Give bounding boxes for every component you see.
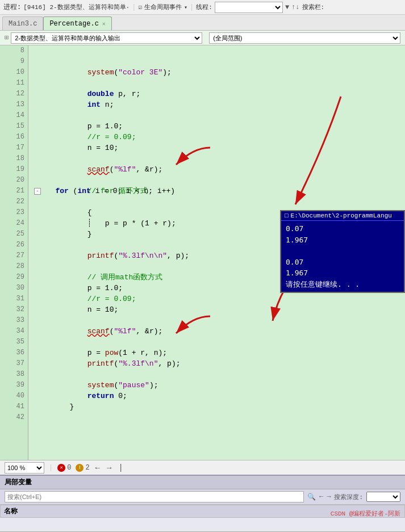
linenum-8: 8	[0, 45, 28, 56]
search-bar: 🔍 ← → 搜索深度:	[0, 489, 405, 505]
tab-percentage-label: Percentage.c	[49, 20, 98, 28]
linenum-42: 42	[0, 412, 28, 423]
linenum-23: 23	[0, 207, 28, 218]
code-line-20: // for 循环方式	[34, 175, 405, 186]
code-line-11: double p, r;	[34, 78, 405, 89]
zoom-select[interactable]: 100 %	[5, 462, 44, 474]
console-icon: □	[285, 212, 289, 219]
console-line-5: 1.967	[286, 267, 399, 279]
linenum-14: 14	[0, 110, 28, 121]
code-line-38: system("pause");	[34, 369, 405, 380]
checkbox-icon: ☑	[138, 3, 142, 11]
search-depth-label: 搜索深度:	[334, 493, 363, 501]
breadcrumb-path-select[interactable]: 2-数据类型、运算符和简单的输入输出	[11, 32, 202, 44]
code-line-10	[34, 67, 405, 78]
linenum-18: 18	[0, 153, 28, 164]
linenum-15: 15	[0, 121, 28, 132]
code-line-8	[34, 45, 405, 56]
code-line-36: printf("%.3lf\n", p);	[34, 347, 405, 358]
tab-percentage[interactable]: Percentage.c ✕	[43, 16, 111, 30]
code-line-41	[34, 401, 405, 412]
code-line-39: return 0;	[34, 380, 405, 391]
warning-count: 2	[85, 464, 89, 472]
console-content: 0.07 1.967 0.07 1.967 请按任意键继续. . .	[281, 221, 404, 292]
linenum-21: 21	[0, 186, 28, 196]
tab-bar: Main3.c Percentage.c ✕	[0, 15, 405, 31]
linenum-39: 39	[0, 380, 28, 391]
search-input[interactable]	[5, 491, 304, 502]
console-title: E:\Document\2-programmLangu	[291, 212, 392, 219]
error-badge: ✕ 0	[57, 464, 71, 472]
collapse-btn-21[interactable]: -	[34, 188, 41, 195]
linenum-35: 35	[0, 337, 28, 347]
nav-end-btn[interactable]: |	[117, 463, 124, 472]
locals-title: 局部变量	[0, 476, 405, 489]
thread-select[interactable]	[215, 2, 283, 13]
search-nav-forward[interactable]: →	[327, 493, 331, 501]
linenum-40: 40	[0, 391, 28, 401]
linenum-22: 22	[0, 196, 28, 207]
console-line-6: 请按任意键继续. . .	[286, 279, 399, 290]
top-toolbar: 进程: [9416] 2-数据类型、运算符和简单· | ☑ 生命周期事件 ▾ |…	[0, 0, 405, 15]
code-line-42	[34, 412, 405, 423]
error-count: 0	[67, 464, 71, 472]
search-icon: 🔍	[307, 493, 316, 501]
toolbar-sep: |	[49, 464, 53, 472]
linenum-10: 10	[0, 67, 28, 78]
linenum-31: 31	[0, 294, 28, 304]
search-label: 搜索栏:	[302, 3, 325, 11]
nav-back-btn[interactable]: ←	[94, 463, 101, 472]
lifecycle-label: 生命周期事件	[144, 3, 182, 11]
watermark: CSDN @编程爱好者-阿新	[331, 509, 400, 518]
breadcrumb-bar: ⊞ 2-数据类型、运算符和简单的输入输出 (全局范围)	[0, 31, 405, 45]
linenum-34: 34	[0, 326, 28, 337]
code-line-32	[34, 304, 405, 315]
code-line-18: scanf("%lf", &r);	[34, 153, 405, 164]
process-value: [9416] 2-数据类型、运算符和简单·	[23, 3, 130, 11]
code-line-9: system("color 3E");	[34, 56, 405, 67]
search-nav-back[interactable]: ←	[319, 493, 323, 501]
code-line-31: n = 10;	[34, 294, 405, 304]
filter-icon[interactable]: ▼	[285, 3, 289, 11]
code-line-13	[34, 99, 405, 110]
linenum-26: 26	[0, 240, 28, 250]
nav-forward-btn[interactable]: →	[106, 463, 112, 472]
linenum-27: 27	[0, 250, 28, 261]
linenum-11: 11	[0, 78, 28, 89]
console-line-3	[286, 245, 399, 257]
code-line-12: int n;	[34, 89, 405, 99]
code-line-33: scanf("%lf", &r);	[34, 315, 405, 326]
code-line-21: - for (int i = 0; i < n; i++)	[34, 186, 405, 196]
linenum-33: 33	[0, 315, 28, 326]
code-editor[interactable]: 8 9 10 11 12 13 14 15 16 17 18 19 20 21 …	[0, 45, 405, 460]
code-line-19	[34, 164, 405, 175]
locals-panel: 局部变量 🔍 ← → 搜索深度: 名称	[0, 475, 405, 531]
code-line-22: {	[34, 196, 405, 207]
thread-label: 线程:	[196, 3, 212, 11]
warning-circle: !	[76, 464, 83, 472]
code-line-40: }	[34, 391, 405, 401]
console-window: □ E:\Document\2-programmLangu 0.07 1.967…	[280, 210, 405, 293]
tab-main3-label: Main3.c	[9, 20, 37, 28]
linenum-28: 28	[0, 261, 28, 272]
linenum-12: 12	[0, 89, 28, 99]
linenum-19: 19	[0, 164, 28, 175]
sort-icon[interactable]: ↑↓	[291, 3, 299, 11]
console-line-1: 0.07	[286, 223, 399, 234]
linenum-38: 38	[0, 369, 28, 380]
tab-main3[interactable]: Main3.c	[2, 16, 43, 30]
tab-percentage-close[interactable]: ✕	[102, 20, 106, 27]
toolbar-separator-1: |	[132, 3, 136, 11]
code-line-16: n = 10;	[34, 132, 405, 143]
linenum-25: 25	[0, 229, 28, 240]
search-depth-select[interactable]	[366, 492, 400, 502]
linenum-36: 36	[0, 347, 28, 358]
linenum-16: 16	[0, 132, 28, 143]
console-line-2: 1.967	[286, 234, 399, 246]
code-line-17	[34, 143, 405, 153]
code-line-14: p = 1.0;	[34, 110, 405, 121]
breadcrumb-scope-select[interactable]: (全局范围)	[209, 32, 400, 44]
warning-badge: ! 2	[76, 464, 89, 472]
dropdown-arrow-lifecycle[interactable]: ▾	[184, 4, 187, 11]
linenum-32: 32	[0, 304, 28, 315]
